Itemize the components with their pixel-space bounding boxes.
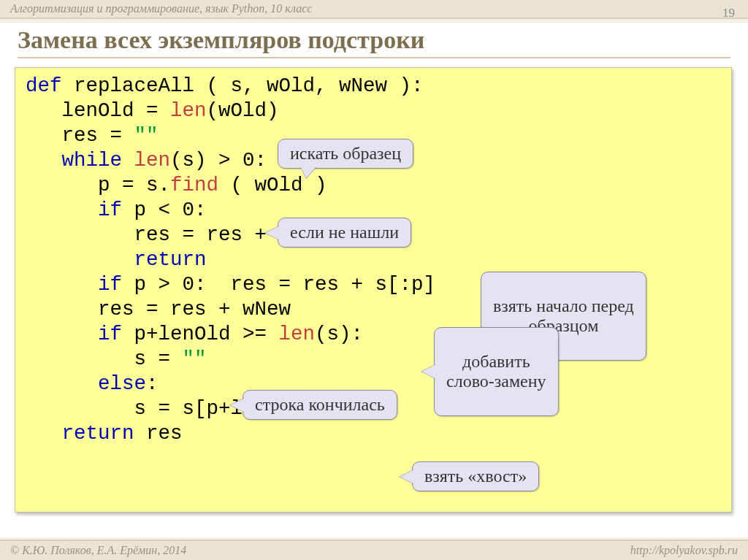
code-token: (s): (315, 323, 363, 345)
slide-title: Замена всех экземпляров подстроки (18, 26, 730, 58)
code-token: res = (26, 124, 134, 147)
code-token (26, 199, 98, 221)
code-token (26, 372, 98, 395)
code-token: (wOld) (207, 99, 279, 122)
callout-text: строка кончилась (255, 395, 385, 414)
code-token: : (146, 372, 159, 395)
callout-tail-icon (265, 226, 280, 240)
footer-url: http://kpolyakov.spb.ru (630, 544, 738, 557)
callout-tail-icon (400, 469, 414, 484)
callout-text: добавить слово-замену (446, 352, 546, 391)
code-token: p > 0: res = res + s[:p] (122, 273, 435, 296)
code-token (26, 273, 98, 296)
callout-text: искать образец (290, 144, 401, 163)
code-token: else (98, 372, 146, 395)
callout-take-tail: взять «хвост» (412, 461, 539, 491)
code-token: p = s. (26, 174, 170, 196)
code-token: while (62, 149, 123, 172)
code-token: "" (183, 348, 207, 370)
code-token: return (134, 248, 207, 271)
code-token: if (98, 273, 122, 296)
code-token: p+lenOld >= (122, 323, 279, 345)
code-token (26, 149, 62, 172)
code-token: (s) > 0: (170, 149, 267, 172)
code-token: len (279, 323, 316, 345)
code-token: replaceAll ( s, wOld, wNew ): (62, 74, 424, 97)
code-token: p < 0: (122, 199, 207, 221)
code-token: if (98, 323, 122, 345)
code-token: return (62, 422, 134, 445)
code-token (26, 422, 62, 445)
code-token (26, 323, 98, 345)
page-number: 19 (722, 6, 735, 20)
code-token: s = (26, 348, 183, 370)
copyright: © К.Ю. Поляков, Е.А. Ерёмин, 2014 (10, 544, 186, 557)
code-token: find (170, 174, 218, 196)
code-token: if (98, 199, 122, 221)
callout-search-pattern: искать образец (278, 139, 413, 169)
callout-string-ended: строка кончилась (243, 390, 397, 420)
callout-add-replacement: добавить слово-замену (434, 327, 559, 416)
code-token: lenOld = (26, 99, 170, 122)
callout-text: взять «хвост» (424, 467, 527, 486)
code-token (26, 248, 134, 271)
code-token: "" (134, 124, 159, 147)
code-token: res (134, 422, 183, 445)
code-token: res = res + s (26, 223, 291, 246)
callout-tail-icon (421, 364, 436, 379)
code-token: len (134, 149, 171, 172)
callout-tail-icon (230, 398, 245, 413)
course-label: Алгоритмизация и программирование, язык … (10, 2, 312, 15)
code-token: res = res + wNew (26, 298, 291, 321)
code-token (122, 149, 134, 172)
code-token: def (26, 74, 62, 97)
callout-tail-icon (300, 166, 316, 178)
callout-not-found: если не нашли (278, 218, 411, 248)
top-bar: Алгоритмизация и программирование, язык … (0, 0, 748, 19)
code-token: len (170, 99, 207, 122)
callout-text: если не нашли (290, 223, 399, 242)
slide: Алгоритмизация и программирование, язык … (0, 0, 748, 560)
bottom-bar: © К.Ю. Поляков, Е.А. Ерёмин, 2014 http:/… (0, 540, 748, 560)
